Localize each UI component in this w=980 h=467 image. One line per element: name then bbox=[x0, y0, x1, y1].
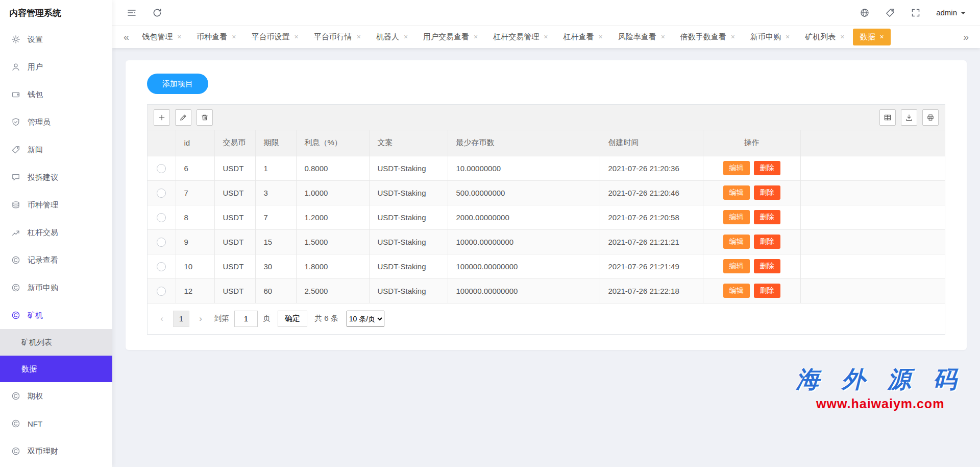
tab-robot[interactable]: 机器人× bbox=[370, 29, 414, 45]
delete-button[interactable]: 删除 bbox=[754, 185, 780, 200]
delete-button[interactable]: 删除 bbox=[754, 161, 780, 175]
cell-rate: 1.8000 bbox=[296, 254, 369, 278]
edit-row-button[interactable] bbox=[175, 109, 191, 126]
sidebar-item-news[interactable]: 新闻 bbox=[0, 136, 112, 164]
close-icon[interactable]: × bbox=[786, 33, 790, 41]
delete-button[interactable]: 删除 bbox=[754, 284, 780, 298]
edit-button[interactable]: 编辑 bbox=[723, 259, 750, 273]
edit-button[interactable]: 编辑 bbox=[723, 235, 750, 249]
close-icon[interactable]: × bbox=[544, 33, 548, 41]
cell-created-at: 2021-07-26 21:21:21 bbox=[600, 229, 703, 254]
row-radio[interactable] bbox=[157, 262, 166, 271]
delete-button[interactable]: 删除 bbox=[754, 259, 780, 273]
cell-filler bbox=[800, 254, 945, 278]
user-menu[interactable]: admin bbox=[936, 8, 966, 17]
sidebar-item-options[interactable]: 期权 bbox=[0, 382, 112, 410]
header-actions: 操作 bbox=[703, 130, 800, 156]
tabs-scroll-left-icon[interactable]: « bbox=[119, 31, 133, 43]
sidebar-item-admins[interactable]: 管理员 bbox=[0, 108, 112, 136]
prev-page-button[interactable]: ‹ bbox=[154, 311, 170, 327]
delete-row-button[interactable] bbox=[197, 109, 213, 126]
tab-platform-coin-market[interactable]: 平台币行情× bbox=[307, 29, 368, 45]
close-icon[interactable]: × bbox=[404, 33, 408, 41]
close-icon[interactable]: × bbox=[232, 33, 236, 41]
delete-button[interactable]: 删除 bbox=[754, 210, 780, 224]
cell-rate: 1.5000 bbox=[296, 229, 369, 254]
sidebar-subitem-data[interactable]: 数据 bbox=[0, 356, 112, 382]
tag-icon[interactable] bbox=[885, 8, 895, 18]
sidebar-item-users[interactable]: 用户 bbox=[0, 53, 112, 81]
tabs-scroll-right-icon[interactable]: » bbox=[959, 31, 973, 43]
print-icon[interactable] bbox=[922, 109, 939, 126]
sidebar-item-leverage[interactable]: 杠杆交易 bbox=[0, 219, 112, 246]
edit-button[interactable]: 编辑 bbox=[723, 210, 750, 224]
close-icon[interactable]: × bbox=[840, 33, 844, 41]
tab-new-coin[interactable]: 新币申购× bbox=[744, 29, 796, 45]
edit-button[interactable]: 编辑 bbox=[723, 284, 750, 298]
sidebar-item-dual-currency[interactable]: 双币理财 bbox=[0, 437, 112, 465]
row-radio[interactable] bbox=[157, 213, 166, 222]
goto-page-input[interactable] bbox=[234, 311, 258, 327]
sidebar-item-label: 双币理财 bbox=[28, 447, 58, 456]
edit-button[interactable]: 编辑 bbox=[723, 161, 750, 175]
sidebar-item-coin-manage[interactable]: 币种管理 bbox=[0, 191, 112, 219]
cell-term: 30 bbox=[255, 254, 296, 278]
tab-wallet-manage[interactable]: 钱包管理× bbox=[135, 29, 188, 45]
sidebar-item-nft[interactable]: NFT bbox=[0, 410, 112, 437]
row-radio[interactable] bbox=[157, 189, 166, 198]
row-radio[interactable] bbox=[157, 238, 166, 247]
cell-filler bbox=[800, 180, 945, 205]
cell-id: 10 bbox=[176, 254, 214, 278]
tab-coin-view[interactable]: 币种查看× bbox=[190, 29, 242, 45]
tab-platform-coin-settings[interactable]: 平台币设置× bbox=[245, 29, 305, 45]
sidebar-item-new-coin[interactable]: 新币申购 bbox=[0, 274, 112, 301]
cell-term: 60 bbox=[255, 278, 296, 303]
add-item-button[interactable]: 添加项目 bbox=[147, 74, 208, 94]
columns-grid-icon[interactable] bbox=[879, 109, 896, 126]
collapse-sidebar-icon[interactable] bbox=[127, 8, 137, 18]
add-row-button[interactable] bbox=[154, 109, 170, 126]
tab-data-active[interactable]: 数据× bbox=[853, 29, 890, 45]
close-icon[interactable]: × bbox=[295, 33, 299, 41]
cell-rate: 1.2000 bbox=[296, 205, 369, 229]
sidebar-item-feedback[interactable]: 投拆建议 bbox=[0, 164, 112, 191]
globe-icon[interactable] bbox=[860, 8, 870, 18]
next-page-button[interactable]: › bbox=[192, 311, 209, 327]
tab-leverage-view[interactable]: 杠杆查看× bbox=[556, 29, 609, 45]
confirm-button[interactable]: 确定 bbox=[278, 311, 307, 327]
close-icon[interactable]: × bbox=[879, 33, 884, 41]
cell-term: 3 bbox=[255, 180, 296, 205]
fullscreen-icon[interactable] bbox=[911, 8, 921, 18]
sidebar-item-records[interactable]: 记录查看 bbox=[0, 246, 112, 274]
delete-button[interactable]: 删除 bbox=[754, 235, 780, 249]
close-icon[interactable]: × bbox=[177, 33, 181, 41]
export-download-icon[interactable] bbox=[901, 109, 917, 126]
close-icon[interactable]: × bbox=[357, 33, 361, 41]
row-radio[interactable] bbox=[157, 164, 166, 173]
close-icon[interactable]: × bbox=[598, 33, 602, 41]
close-icon[interactable]: × bbox=[661, 33, 665, 41]
cell-created-at: 2021-07-26 21:20:58 bbox=[600, 205, 703, 229]
close-icon[interactable]: × bbox=[474, 33, 478, 41]
sidebar-item-miner[interactable]: 矿机 bbox=[0, 301, 112, 329]
current-page-button[interactable]: 1 bbox=[173, 311, 189, 327]
cell-filler bbox=[800, 278, 945, 303]
sidebar-item-wallet[interactable]: 钱包 bbox=[0, 81, 112, 108]
sidebar-subitem-miner-list[interactable]: 矿机列表 bbox=[0, 329, 112, 356]
refresh-icon[interactable] bbox=[152, 8, 162, 18]
sidebar-item-settings[interactable]: 设置 bbox=[0, 26, 112, 53]
cell-text: USDT-Staking bbox=[369, 205, 448, 229]
chat-icon bbox=[11, 173, 20, 182]
tab-multiplier-view[interactable]: 倍数手数查看× bbox=[674, 29, 742, 45]
close-icon[interactable]: × bbox=[731, 33, 735, 41]
tab-leverage-manage[interactable]: 杠杆交易管理× bbox=[486, 29, 554, 45]
tab-miner-list[interactable]: 矿机列表× bbox=[798, 29, 851, 45]
row-radio[interactable] bbox=[157, 287, 166, 296]
cell-coin: USDT bbox=[214, 278, 255, 303]
cell-term: 15 bbox=[255, 229, 296, 254]
page-size-select[interactable]: 10 条/页 bbox=[347, 311, 384, 327]
tab-user-trade-view[interactable]: 用户交易查看× bbox=[416, 29, 484, 45]
circle-c-icon bbox=[11, 419, 20, 428]
edit-button[interactable]: 编辑 bbox=[723, 185, 750, 200]
tab-risk-rate-view[interactable]: 风险率查看× bbox=[611, 29, 672, 45]
